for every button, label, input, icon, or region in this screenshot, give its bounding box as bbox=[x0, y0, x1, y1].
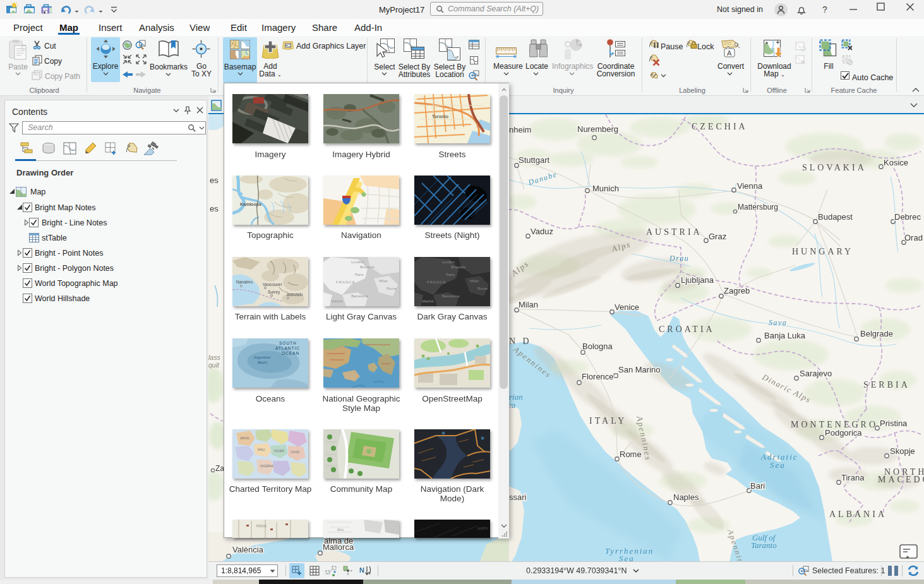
svg-text:Tirana: Tirana bbox=[841, 473, 865, 482]
svg-text:HUNGARY: HUNGARY bbox=[792, 247, 853, 256]
svg-text:Sea: Sea bbox=[619, 554, 635, 561]
svg-text:Vienna: Vienna bbox=[737, 181, 763, 191]
svg-text:Sarajevo: Sarajevo bbox=[800, 369, 832, 378]
svg-text:ssari: ssari bbox=[509, 492, 527, 502]
svg-text:Kosice: Kosice bbox=[884, 158, 908, 167]
svg-text:CHAD: CHAD bbox=[291, 450, 300, 454]
svg-text:Pristina: Pristina bbox=[880, 419, 908, 428]
svg-text:ITALY: ITALY bbox=[589, 416, 627, 426]
svg-text:London: London bbox=[442, 260, 455, 264]
svg-text:ALBANIA: ALBANIA bbox=[829, 510, 887, 519]
svg-text:quit: quit bbox=[208, 361, 220, 369]
svg-text:Rome: Rome bbox=[477, 287, 488, 290]
svg-text:Sea: Sea bbox=[770, 460, 786, 470]
svg-text:Graz: Graz bbox=[709, 232, 726, 241]
svg-text:Bologna: Bologna bbox=[582, 342, 613, 351]
svg-text:SOUTH: SOUTH bbox=[279, 341, 297, 345]
svg-text:SLOVAKIA: SLOVAKIA bbox=[802, 163, 867, 172]
svg-text:Drau: Drau bbox=[669, 254, 689, 263]
svg-text:Stuttgart: Stuttgart bbox=[519, 155, 550, 165]
svg-text:Debrec: Debrec bbox=[894, 212, 921, 222]
svg-text:Venice: Venice bbox=[615, 302, 639, 312]
svg-text:Milan: Milan bbox=[379, 279, 388, 283]
svg-text:Sava: Sava bbox=[769, 318, 787, 327]
svg-text:N: N bbox=[359, 566, 364, 574]
svg-text:Nanaimo: Nanaimo bbox=[236, 280, 253, 284]
svg-text:MILL: MILL bbox=[337, 528, 344, 532]
svg-text:AUSTRIA: AUSTRIA bbox=[646, 227, 702, 237]
svg-text:Bari: Bari bbox=[750, 481, 765, 491]
svg-text:London: London bbox=[351, 260, 364, 264]
svg-text:Zagreb: Zagreb bbox=[724, 286, 750, 295]
svg-text:NIGER: NIGER bbox=[274, 449, 284, 453]
svg-text:Munich: Munich bbox=[592, 184, 619, 193]
svg-text:València: València bbox=[232, 545, 264, 554]
svg-text:Madrid: Madrid bbox=[422, 299, 433, 303]
svg-text:Milan: Milan bbox=[519, 300, 538, 309]
svg-text:Toronto: Toronto bbox=[432, 114, 448, 119]
svg-text:ATLANTIC: ATLANTIC bbox=[275, 346, 300, 350]
svg-text:SERBIA: SERBIA bbox=[863, 380, 910, 390]
svg-text:Surrey: Surrey bbox=[268, 290, 280, 295]
svg-text:OCEAN: OCEAN bbox=[282, 351, 299, 355]
svg-text:Vancouver: Vancouver bbox=[263, 282, 282, 287]
svg-text:Argentina: Argentina bbox=[253, 355, 270, 359]
svg-text:Belgrade: Belgrade bbox=[860, 329, 893, 338]
svg-text:Kamloops: Kamloops bbox=[240, 202, 261, 207]
svg-text:MALI: MALI bbox=[258, 448, 265, 451]
svg-text:Abbotsfo: Abbotsfo bbox=[287, 292, 303, 297]
svg-text:nheim: nheim bbox=[509, 125, 531, 134]
svg-text:CZECHIA: CZECHIA bbox=[692, 122, 748, 131]
svg-text:Madrid: Madrid bbox=[331, 299, 342, 303]
svg-text:Nuremberg: Nuremberg bbox=[577, 124, 618, 134]
svg-text:Rome: Rome bbox=[620, 450, 642, 459]
svg-text:Podgorica: Podgorica bbox=[825, 428, 862, 438]
svg-text:MACEDONIA: MACEDONIA bbox=[878, 475, 924, 484]
svg-text:Ljubljana: Ljubljana bbox=[681, 275, 714, 285]
svg-text:Barcelona: Barcelona bbox=[351, 294, 369, 298]
svg-text:CROATIA: CROATIA bbox=[659, 325, 715, 334]
svg-text:Paris: Paris bbox=[446, 273, 455, 277]
svg-text:Banja Luka: Banja Luka bbox=[764, 331, 806, 340]
svg-text:Budapest: Budapest bbox=[818, 212, 853, 222]
svg-text:Naples: Naples bbox=[673, 492, 699, 502]
svg-text:lass: lass bbox=[208, 354, 220, 361]
svg-text:es: es bbox=[210, 176, 219, 185]
svg-text:RIDGE: RIDGE bbox=[256, 524, 267, 528]
svg-text:Mattersburg: Mattersburg bbox=[738, 203, 778, 212]
svg-text:Paris: Paris bbox=[355, 273, 364, 277]
svg-text:Brussels: Brussels bbox=[360, 265, 375, 269]
svg-text:Vaduz: Vaduz bbox=[531, 227, 553, 236]
svg-text:Brussels: Brussels bbox=[451, 265, 465, 269]
svg-text:NORTH: NORTH bbox=[477, 527, 488, 530]
svg-text:Milan: Milan bbox=[470, 279, 479, 283]
svg-text:Skopje: Skopje bbox=[890, 446, 915, 456]
svg-text:Orad: Orad bbox=[904, 233, 923, 242]
svg-text:A: A bbox=[727, 49, 732, 57]
svg-text:Rome: Rome bbox=[387, 287, 397, 290]
svg-text:SPAIN: SPAIN bbox=[240, 436, 249, 440]
svg-text:es: es bbox=[210, 204, 219, 213]
svg-text:Basin: Basin bbox=[258, 361, 268, 364]
svg-text:NIGERIA: NIGERIA bbox=[260, 464, 273, 468]
svg-text:Barcelona: Barcelona bbox=[442, 294, 460, 298]
svg-text:FRANCE: FRANCE bbox=[427, 280, 447, 284]
svg-text:N D: N D bbox=[509, 337, 532, 346]
svg-text:FRANCE: FRANCE bbox=[336, 280, 356, 284]
svg-text:Taranto: Taranto bbox=[751, 540, 777, 550]
svg-text:San Marino: San Marino bbox=[618, 365, 660, 374]
svg-text:Florence: Florence bbox=[582, 372, 614, 381]
